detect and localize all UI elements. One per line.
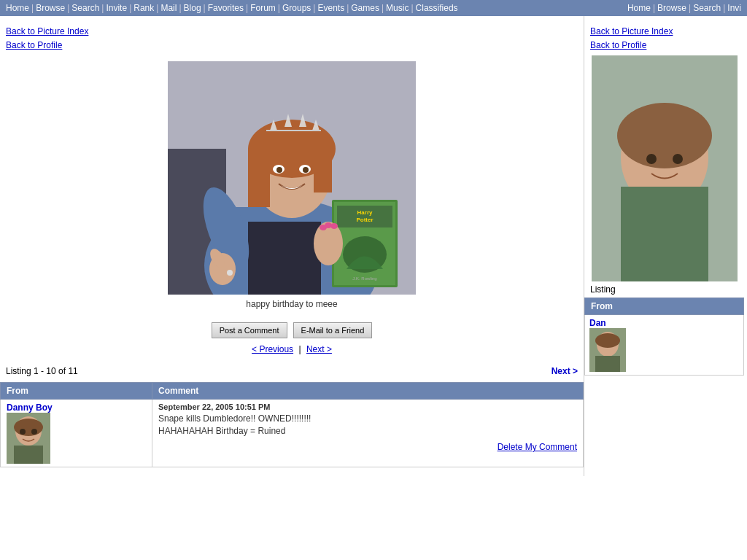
nav-games[interactable]: Games — [351, 3, 379, 13]
back-to-picture-index-right[interactable]: Back to Picture Index — [590, 25, 738, 39]
right-comment-row-1: Dan — [585, 315, 744, 376]
right-commenter-cell-1: Dan — [585, 315, 744, 376]
svg-point-43 — [617, 103, 712, 168]
comment-line-2: HAHAHAHAH Birthday = Ruined — [158, 426, 577, 436]
nav-mail[interactable]: Mail — [160, 3, 177, 13]
nav-forum[interactable]: Forum — [250, 3, 276, 13]
svg-point-22 — [227, 270, 233, 276]
nav-right-home[interactable]: Home — [627, 3, 651, 13]
post-comment-button[interactable]: Post a Comment — [212, 322, 287, 338]
comments-table: From Comment Danny Boy — [0, 382, 584, 467]
nav-sep-4: | — [129, 3, 131, 13]
nav-right-sep-2: | — [689, 3, 691, 13]
svg-rect-4 — [248, 222, 321, 295]
nav-sep-13: | — [411, 3, 413, 13]
comments-header-row: From Comment — [1, 383, 584, 400]
nav-right-invite[interactable]: Invi — [727, 3, 741, 13]
photo-svg: Harry Potter J.K. Rowling — [168, 61, 416, 295]
svg-rect-9 — [314, 149, 332, 192]
svg-rect-36 — [14, 446, 43, 464]
nav-sep-8: | — [246, 3, 248, 13]
nav-browse[interactable]: Browse — [36, 3, 65, 13]
right-panel-listing: Listing — [584, 281, 744, 298]
comment-date-1: September 22, 2005 10:51 PM — [158, 402, 577, 411]
back-to-profile-right[interactable]: Back to Profile — [590, 39, 738, 52]
nav-right-browse[interactable]: Browse — [657, 3, 686, 13]
main-photo: Harry Potter J.K. Rowling — [168, 61, 416, 295]
right-from-header: From — [585, 298, 744, 315]
comment-header: Comment — [152, 383, 584, 400]
nav-sep-7: | — [204, 3, 206, 13]
right-comments-header-row: From — [585, 298, 744, 315]
svg-point-39 — [31, 429, 37, 435]
nav-classifieds[interactable]: Classifieds — [416, 3, 458, 13]
svg-rect-8 — [248, 149, 270, 207]
back-links-right: Back to Picture Index Back to Profile — [584, 22, 744, 55]
svg-point-18 — [303, 167, 309, 173]
nav-groups[interactable]: Groups — [282, 3, 311, 13]
nav-right-sep-1: | — [653, 3, 655, 13]
delete-comment-link-1[interactable]: Delete My Comment — [158, 442, 577, 452]
nav-right-sep-3: | — [723, 3, 725, 13]
back-to-profile-left[interactable]: Back to Profile — [6, 39, 578, 52]
nav-search[interactable]: Search — [71, 3, 99, 13]
back-links-left: Back to Picture Index Back to Profile — [0, 22, 584, 58]
nav-rank[interactable]: Rank — [133, 3, 154, 13]
prev-link[interactable]: < Previous — [252, 344, 293, 354]
svg-point-33 — [330, 223, 338, 229]
svg-point-38 — [20, 429, 26, 435]
comment-line-1: Snape kills Dumbledore!! OWNED!!!!!!!! — [158, 413, 577, 424]
right-panel-comments-table: From Dan — [584, 298, 744, 376]
main-content: Back to Picture Index Back to Profile — [0, 16, 584, 476]
from-header: From — [1, 383, 152, 400]
right-photo-svg — [592, 55, 738, 281]
svg-point-49 — [595, 333, 620, 348]
right-listing-text: Listing — [590, 284, 616, 295]
picture-caption: happy birthday to meee — [3, 299, 581, 309]
right-commenter-avatar-1 — [589, 328, 626, 372]
nav-sep-2: | — [67, 3, 69, 13]
commenter-avatar-1 — [7, 413, 50, 464]
nav-sep-12: | — [382, 3, 384, 13]
page-wrapper: Back to Picture Index Back to Profile — [0, 16, 747, 476]
top-navigation: Home | Browse | Search | Invite | Rank |… — [0, 0, 747, 16]
nav-right: Home | Browse | Search | Invi — [627, 3, 741, 13]
commenter-cell-1: Danny Boy — [1, 400, 152, 467]
nav-sep-5: | — [156, 3, 158, 13]
svg-text:Potter: Potter — [356, 217, 373, 223]
comment-content-1: September 22, 2005 10:51 PM Snape kills … — [152, 400, 584, 467]
nav-invite[interactable]: Invite — [106, 3, 127, 13]
svg-point-44 — [646, 154, 657, 164]
nav-right-search[interactable]: Search — [693, 3, 721, 13]
listing-info: Listing 1 - 10 of 11 Next > — [0, 363, 584, 379]
nav-blog[interactable]: Blog — [184, 3, 201, 13]
right-panel-photo — [592, 55, 738, 281]
nav-music[interactable]: Music — [386, 3, 409, 13]
svg-point-45 — [673, 154, 683, 164]
avatar-svg-1 — [7, 413, 50, 464]
comment-row-1: Danny Boy — [1, 400, 584, 467]
nav-sep-6: | — [179, 3, 181, 13]
nav-sep-1: | — [31, 3, 34, 13]
nav-events[interactable]: Events — [317, 3, 344, 13]
nav-left: Home | Browse | Search | Invite | Rank |… — [6, 3, 627, 13]
email-to-friend-button[interactable]: E-Mail to a Friend — [293, 322, 373, 338]
back-to-picture-index-left[interactable]: Back to Picture Index — [6, 25, 578, 39]
nav-favorites[interactable]: Favorites — [208, 3, 244, 13]
picture-area: Harry Potter J.K. Rowling happy birthday… — [0, 58, 584, 316]
svg-rect-42 — [621, 187, 708, 281]
right-commenter-name-1[interactable]: Dan — [589, 318, 606, 328]
svg-text:J.K. Rowling: J.K. Rowling — [352, 276, 376, 281]
svg-point-17 — [276, 167, 282, 173]
svg-text:Harry: Harry — [357, 209, 373, 216]
listing-text: Listing 1 - 10 of 11 — [6, 366, 78, 376]
nav-sep-11: | — [347, 3, 349, 13]
nav-home[interactable]: Home — [6, 3, 29, 13]
commenter-name-1[interactable]: Danny Boy — [7, 402, 53, 413]
nav-sep-3: | — [101, 3, 104, 13]
button-row: Post a Comment E-Mail to a Friend — [0, 322, 584, 338]
svg-rect-48 — [595, 356, 620, 372]
next-link[interactable]: Next > — [306, 344, 332, 354]
right-panel: Back to Picture Index Back to Profile Li… — [584, 16, 744, 476]
listing-next-link[interactable]: Next > — [551, 366, 578, 376]
